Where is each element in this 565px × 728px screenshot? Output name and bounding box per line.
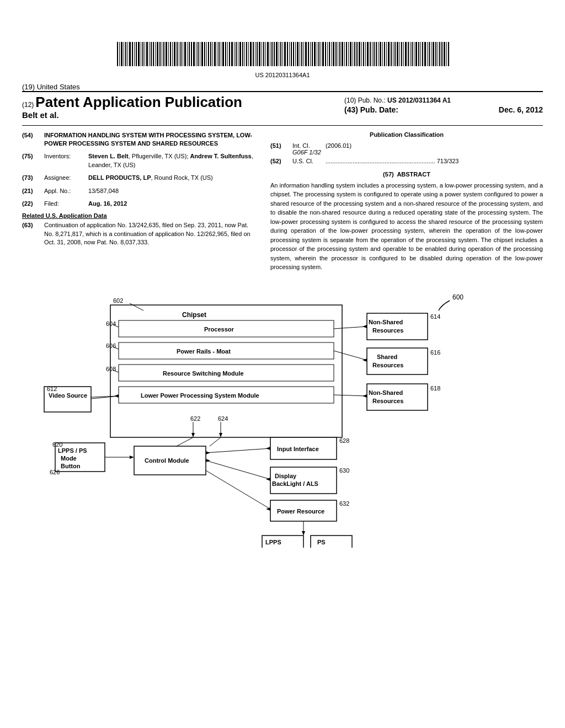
svg-rect-72 xyxy=(267,42,269,66)
svg-rect-144 xyxy=(420,42,421,66)
svg-rect-122 xyxy=(374,42,375,66)
related-text: Continuation of application No. 13/242,6… xyxy=(44,221,259,247)
svg-rect-23 xyxy=(163,42,164,66)
video-ref-label: 612 xyxy=(47,386,57,392)
inventors-field: (75) Inventors: Steven L. Belt, Pflugerv… xyxy=(22,152,259,169)
svg-rect-154 xyxy=(441,42,443,66)
svg-rect-22 xyxy=(162,42,162,66)
svg-rect-96 xyxy=(318,42,319,66)
svg-rect-156 xyxy=(446,42,447,66)
right-column: Publication Classification (51) Int. Cl.… xyxy=(270,131,543,272)
svg-rect-142 xyxy=(415,42,417,66)
svg-rect-33 xyxy=(184,42,186,66)
svg-rect-59 xyxy=(239,42,241,66)
header-section: (19) United States (12) Patent Applicati… xyxy=(22,83,543,120)
int-cl-label: Int. Cl. G06F 1/32 xyxy=(292,142,326,156)
us-cl-row: (52) U.S. Cl. ..........................… xyxy=(270,158,543,164)
shared-label1: Shared xyxy=(377,354,397,360)
svg-rect-68 xyxy=(259,42,260,66)
svg-rect-12 xyxy=(141,42,141,66)
display-bl-label1: Display xyxy=(275,473,297,479)
patent-right: (10) Pub. No.: US 2012/0311364 A1 (43) P… xyxy=(333,94,543,114)
svg-rect-130 xyxy=(391,42,392,66)
svg-rect-18 xyxy=(153,42,154,66)
control-module-label: Control Module xyxy=(145,457,189,464)
svg-rect-103 xyxy=(333,42,334,66)
svg-rect-48 xyxy=(217,42,217,66)
svg-rect-83 xyxy=(291,42,292,66)
display-bl-label2: BackLight / ALS xyxy=(272,480,318,487)
svg-rect-61 xyxy=(244,42,245,66)
nonshared2-label1: Non-Shared xyxy=(369,389,403,396)
svg-rect-119 xyxy=(367,42,369,66)
svg-rect-95 xyxy=(317,42,317,66)
mode-ctrl-arrow xyxy=(130,456,134,459)
svg-rect-42 xyxy=(204,42,205,66)
svg-rect-91 xyxy=(308,42,309,66)
lpsm-nonshared-arrow xyxy=(363,394,367,398)
nonshared1-label2: Resources xyxy=(372,327,403,334)
svg-rect-94 xyxy=(314,42,316,66)
svg-rect-127 xyxy=(384,42,385,66)
svg-rect-10 xyxy=(136,42,137,66)
assignee-content: DELL PRODUCTS, LP, Round Rock, TX (US) xyxy=(88,174,259,182)
nonshared2-box xyxy=(367,384,428,410)
svg-rect-84 xyxy=(293,42,294,66)
svg-rect-87 xyxy=(300,42,300,66)
svg-rect-126 xyxy=(382,42,383,66)
nonshared1-ref: 614 xyxy=(430,313,440,320)
svg-rect-113 xyxy=(354,42,355,66)
svg-rect-82 xyxy=(289,42,290,66)
input-interface-label: Input Interface xyxy=(277,446,319,452)
svg-rect-45 xyxy=(210,42,211,66)
svg-rect-26 xyxy=(170,42,171,66)
appl-value: 13/587,048 xyxy=(88,187,259,195)
display-ref: 630 xyxy=(339,467,349,474)
svg-rect-32 xyxy=(183,42,183,66)
svg-rect-157 xyxy=(448,42,449,66)
ps-power-label2: Power xyxy=(314,547,333,548)
processor-label: Processor xyxy=(204,326,234,333)
pub-date-label: (43) Pub. Date: xyxy=(344,105,398,114)
us-cl-num: (52) xyxy=(270,158,292,164)
ref-600-label: 600 xyxy=(452,293,463,301)
svg-rect-128 xyxy=(386,42,387,66)
inventors-num: (75) xyxy=(22,152,44,169)
svg-rect-37 xyxy=(193,42,195,66)
diagram-area: 600 602 Chipset Processor 604 Power Rail… xyxy=(22,283,543,548)
svg-rect-135 xyxy=(401,42,402,66)
nonshared1-box xyxy=(367,313,428,340)
svg-rect-80 xyxy=(284,42,286,66)
svg-rect-79 xyxy=(282,42,283,66)
diagram-svg: 600 602 Chipset Processor 604 Power Rail… xyxy=(22,283,543,548)
filed-label: Filed: xyxy=(44,200,88,208)
svg-rect-25 xyxy=(168,42,169,66)
pub-classification-title: Publication Classification xyxy=(270,131,543,138)
svg-rect-139 xyxy=(410,42,411,66)
svg-rect-114 xyxy=(356,42,358,66)
pub-no-value: US 2012/0311364 A1 xyxy=(387,97,451,104)
svg-rect-1 xyxy=(117,42,118,66)
svg-rect-58 xyxy=(238,42,238,66)
svg-rect-14 xyxy=(145,42,145,66)
svg-rect-31 xyxy=(180,42,182,66)
svg-rect-110 xyxy=(348,42,349,66)
svg-rect-125 xyxy=(380,42,381,66)
ctrl-input-arrow2 xyxy=(206,451,210,454)
svg-rect-115 xyxy=(359,42,360,66)
title-field-content: INFORMATION HANDLING SYSTEM WITH PROCESS… xyxy=(44,131,259,148)
svg-rect-81 xyxy=(287,42,288,66)
svg-rect-27 xyxy=(172,42,173,66)
int-cl-class: G06F 1/32 xyxy=(292,149,321,156)
svg-rect-55 xyxy=(231,42,233,66)
patent-page: US 20120311364A1 (19) United States (12)… xyxy=(0,0,565,728)
patent-left: (12) Patent Application Publication Belt… xyxy=(22,94,242,120)
svg-rect-19 xyxy=(155,42,156,66)
inventors-label: Inventors: xyxy=(44,152,88,169)
svg-rect-101 xyxy=(329,42,330,66)
svg-rect-104 xyxy=(335,42,337,66)
svg-rect-112 xyxy=(353,42,353,66)
svg-rect-89 xyxy=(303,42,304,66)
svg-rect-120 xyxy=(370,42,371,66)
us-cl-label: U.S. Cl. xyxy=(292,158,326,164)
